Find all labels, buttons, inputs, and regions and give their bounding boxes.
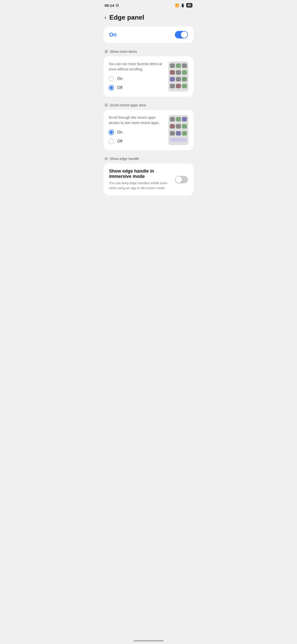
app-dot <box>170 131 175 136</box>
scroll-recent-apps-preview <box>168 115 188 145</box>
scroll-off-label: Off <box>117 139 122 144</box>
app-dot <box>170 124 175 129</box>
show-more-on-circle <box>109 76 114 82</box>
immersive-mode-title: Show edge handle in immersive mode <box>109 169 171 179</box>
app-dot <box>176 70 181 75</box>
bottom-nav-bar <box>133 640 164 641</box>
app-dot <box>176 124 181 129</box>
show-more-off-inner <box>110 86 113 89</box>
app-dot <box>182 117 187 122</box>
status-bar: 09:14 🖼 📶 📱 85 <box>100 0 197 10</box>
app-dot <box>182 70 187 75</box>
scroll-on-circle <box>109 130 114 135</box>
scroll-recent-apps-label: Scroll recent apps area <box>110 103 146 107</box>
app-dot <box>170 117 175 122</box>
show-more-on-radio[interactable]: On <box>109 76 164 82</box>
app-dot <box>182 77 187 82</box>
scroll-recent-apps-description: Scroll through the recent apps section t… <box>109 115 164 126</box>
immersive-mode-description: You can keep edge handles visible even w… <box>109 181 171 190</box>
app-dot <box>182 124 187 129</box>
show-more-items-label: Show more items <box>110 50 137 54</box>
status-icons: 📶 📱 85 <box>175 3 192 8</box>
battery-indicator: 85 <box>186 3 192 8</box>
scroll-recent-apps-content: Scroll through the recent apps section t… <box>109 115 164 144</box>
toggle-knob <box>181 31 187 38</box>
app-dot <box>176 131 181 136</box>
main-toggle-switch[interactable] <box>175 31 188 38</box>
scroll-off-radio[interactable]: Off <box>109 139 164 144</box>
show-more-items-content: You can run more favorite items at once … <box>109 61 164 91</box>
signal-icon: 📱 <box>181 4 185 7</box>
section-icon-scroll: ⊞ <box>105 103 108 107</box>
show-more-items-section-label: ⊞ Show more items <box>100 49 197 56</box>
scroll-recent-apps-radio-group: On Off <box>109 130 164 144</box>
scroll-recent-apps-section-label: ⊞ Scroll recent apps area <box>100 103 197 110</box>
app-dot <box>170 77 175 82</box>
immersive-mode-text: Show edge handle in immersive mode You c… <box>109 169 171 190</box>
app-dot <box>170 63 175 68</box>
header: ‹ Edge panel <box>100 10 197 26</box>
show-edge-handle-label: Show edge handle <box>110 157 139 161</box>
main-toggle-row: On <box>104 26 193 43</box>
app-dot <box>176 63 181 68</box>
app-dot <box>176 117 181 122</box>
main-toggle-label: On <box>109 31 117 38</box>
scroll-recent-apps-card: Scroll through the recent apps section t… <box>104 110 193 150</box>
show-edge-handle-section-label: ⊞ Show edge handle <box>100 156 197 164</box>
show-more-on-label: On <box>117 76 122 81</box>
app-dot <box>176 84 181 88</box>
wifi-icon: 📶 <box>175 4 179 7</box>
immersive-mode-card: Show edge handle in immersive mode You c… <box>104 164 193 195</box>
show-more-items-radio-group: On Off <box>109 76 164 91</box>
app-dot <box>182 63 187 68</box>
immersive-toggle-knob <box>175 176 182 183</box>
show-more-off-circle <box>109 85 114 91</box>
page-title: Edge panel <box>109 14 144 21</box>
scroll-on-label: On <box>117 130 122 135</box>
app-dot <box>182 131 187 136</box>
app-dot <box>176 77 181 82</box>
scroll-on-inner <box>110 131 113 134</box>
scroll-off-circle <box>109 139 114 144</box>
show-more-items-card: You can run more favorite items at once … <box>104 56 193 97</box>
show-more-off-label: Off <box>117 86 122 90</box>
section-icon-edge-handle: ⊞ <box>105 156 108 161</box>
photo-icon: 🖼 <box>116 4 119 7</box>
scroll-on-radio[interactable]: On <box>109 130 164 135</box>
app-dot <box>170 70 175 75</box>
show-more-items-preview <box>168 61 188 92</box>
immersive-toggle-switch[interactable] <box>175 176 188 183</box>
scroll-indicator <box>170 138 187 142</box>
app-dot <box>170 84 175 88</box>
show-more-items-description: You can run more favorite items at once … <box>109 61 164 72</box>
app-dot <box>182 84 187 88</box>
back-button[interactable]: ‹ <box>105 14 106 21</box>
status-time: 09:14 <box>105 3 114 8</box>
section-icon-show-more: ⊞ <box>105 49 108 54</box>
show-more-off-radio[interactable]: Off <box>109 85 164 91</box>
